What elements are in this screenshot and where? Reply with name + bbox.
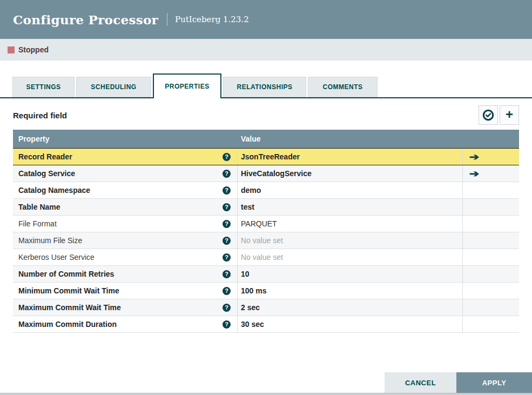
table-row[interactable]: Record Reader ? JsonTreeReader ➔: [13, 148, 519, 165]
goto-cell: ➔: [463, 249, 519, 265]
table-row[interactable]: Catalog Service ? HiveCatalogService ➔: [13, 165, 519, 182]
property-cell: Number of Commit Retries ?: [13, 266, 238, 282]
help-icon[interactable]: ?: [223, 220, 231, 228]
property-name: Maximum File Size: [18, 236, 82, 245]
table-body: Record Reader ? JsonTreeReader ➔ Catalog…: [13, 148, 519, 333]
goto-service-icon[interactable]: ➔: [469, 152, 480, 162]
help-icon[interactable]: ?: [223, 186, 231, 195]
plus-icon: +: [506, 108, 513, 121]
property-name: File Format: [18, 219, 57, 228]
property-cell: Maximum Commit Duration ?: [13, 316, 238, 332]
property-value: HiveCatalogService: [241, 169, 312, 178]
table-row[interactable]: File Format ? PARQUET ➔: [13, 216, 519, 232]
goto-cell: ➔: [463, 216, 519, 232]
property-value: demo: [241, 186, 261, 195]
status-bar: Stopped: [0, 39, 532, 61]
property-name: Kerberos User Service: [18, 253, 95, 262]
value-cell[interactable]: No value set: [238, 249, 463, 265]
table-row[interactable]: Minimum Commit Wait Time ? 100 ms ➔: [13, 283, 519, 299]
value-cell[interactable]: 30 sec: [238, 316, 463, 332]
help-icon[interactable]: ?: [223, 237, 231, 245]
help-icon[interactable]: ?: [223, 153, 231, 161]
tab-properties-label: PROPERTIES: [165, 83, 209, 90]
table-row[interactable]: Catalog Namespace ? demo ➔: [13, 182, 519, 199]
value-cell[interactable]: No value set: [238, 232, 463, 249]
property-value: test: [241, 203, 254, 211]
value-cell[interactable]: HiveCatalogService: [238, 165, 463, 182]
tab-settings[interactable]: SETTINGS: [12, 77, 75, 97]
title-divider: [167, 13, 167, 26]
help-icon[interactable]: ?: [223, 270, 231, 278]
check-circle-icon: [482, 109, 494, 121]
dialog-header: Configure Processor PutIceberg 1.23.2: [0, 0, 532, 39]
goto-cell: ➔: [463, 266, 519, 282]
table-row[interactable]: Maximum File Size ? No value set ➔: [13, 232, 519, 249]
add-property-button[interactable]: +: [500, 105, 519, 125]
help-icon[interactable]: ?: [223, 170, 231, 178]
value-cell[interactable]: 10: [238, 266, 463, 282]
column-header-value: Value: [238, 135, 519, 143]
dialog-title: Configure Processor: [13, 12, 158, 27]
help-icon[interactable]: ?: [223, 203, 231, 211]
column-header-property: Property: [13, 135, 238, 143]
property-name: Minimum Commit Wait Time: [18, 286, 119, 295]
goto-cell: ➔: [463, 182, 519, 198]
table-row[interactable]: Maximum Commit Wait Time ? 2 sec ➔: [13, 299, 519, 316]
property-name: Number of Commit Retries: [18, 270, 114, 278]
help-icon[interactable]: ?: [223, 304, 231, 312]
properties-table: Property Value Record Reader ? JsonTreeR…: [13, 130, 519, 333]
property-cell: File Format ?: [13, 216, 238, 232]
stopped-status-icon: [8, 46, 15, 53]
help-icon[interactable]: ?: [223, 253, 231, 262]
tab-bar: SETTINGS SCHEDULING PROPERTIES RELATIONS…: [0, 73, 532, 98]
help-icon[interactable]: ?: [223, 320, 231, 329]
goto-cell: ➔: [463, 165, 519, 182]
property-name: Catalog Namespace: [18, 186, 90, 195]
property-name: Catalog Service: [18, 169, 75, 178]
tab-relationships[interactable]: RELATIONSHIPS: [223, 77, 306, 97]
help-icon[interactable]: ?: [223, 287, 231, 295]
property-cell: Catalog Namespace ?: [13, 182, 238, 198]
stopped-status-label: Stopped: [18, 45, 49, 54]
goto-service-icon[interactable]: ➔: [469, 169, 480, 178]
property-value: No value set: [241, 253, 283, 262]
table-row[interactable]: Table Name ? test ➔: [13, 199, 519, 216]
property-value: 100 ms: [241, 286, 266, 295]
property-name: Maximum Commit Duration: [18, 320, 117, 329]
goto-cell: ➔: [463, 316, 519, 332]
tab-comments-label: COMMENTS: [323, 83, 363, 91]
table-row[interactable]: Number of Commit Retries ? 10 ➔: [13, 266, 519, 283]
tab-comments[interactable]: COMMENTS: [308, 77, 378, 97]
property-name: Maximum Commit Wait Time: [18, 303, 121, 312]
value-cell[interactable]: test: [238, 199, 463, 215]
tab-relationships-label: RELATIONSHIPS: [237, 83, 293, 91]
value-cell[interactable]: 100 ms: [238, 283, 463, 299]
property-name: Record Reader: [18, 152, 72, 161]
verify-properties-button[interactable]: [479, 105, 498, 125]
value-cell[interactable]: PARQUET: [238, 216, 463, 232]
property-value: No value set: [241, 236, 283, 245]
property-value: PARQUET: [241, 219, 277, 228]
property-cell: Maximum Commit Wait Time ?: [13, 299, 238, 316]
property-cell: Catalog Service ?: [13, 165, 238, 182]
table-row[interactable]: Maximum Commit Duration ? 30 sec ➔: [13, 316, 519, 333]
cancel-button[interactable]: CANCEL: [385, 372, 456, 393]
goto-cell: ➔: [463, 149, 519, 165]
dialog-footer: CANCEL APPLY: [385, 372, 532, 393]
value-cell[interactable]: demo: [238, 182, 463, 198]
table-row[interactable]: Kerberos User Service ? No value set ➔: [13, 249, 519, 266]
property-cell: Maximum File Size ?: [13, 232, 238, 249]
apply-button[interactable]: APPLY: [456, 372, 532, 393]
property-value: 2 sec: [241, 303, 260, 312]
value-cell[interactable]: JsonTreeReader: [238, 149, 463, 165]
value-cell[interactable]: 2 sec: [238, 299, 463, 316]
property-cell: Record Reader ?: [13, 149, 238, 165]
properties-toolbar: Required field +: [13, 105, 519, 125]
property-value: 30 sec: [241, 320, 264, 329]
tab-scheduling[interactable]: SCHEDULING: [76, 77, 151, 97]
property-value: 10: [241, 270, 250, 278]
tab-properties[interactable]: PROPERTIES: [153, 73, 221, 98]
goto-cell: ➔: [463, 232, 519, 249]
property-cell: Kerberos User Service ?: [13, 249, 238, 265]
table-header: Property Value: [13, 130, 519, 148]
